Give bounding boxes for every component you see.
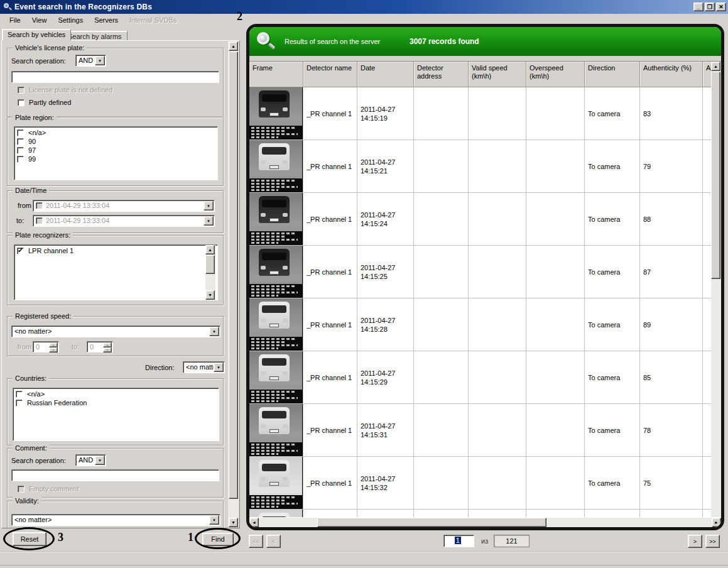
checkbox-icon[interactable] [36,217,43,224]
cell-overspeed[interactable] [526,457,585,510]
license-plate-input[interactable] [11,71,219,83]
cell-valid-speed[interactable] [469,140,526,193]
cell-alarm[interactable] [703,140,711,193]
cell-alarm[interactable] [703,193,711,246]
cell-frame[interactable] [249,193,303,246]
checkbox-icon[interactable] [17,129,24,136]
scroll-right-icon[interactable]: ► [712,518,721,527]
restore-button[interactable]: ❐ [705,3,715,11]
recognizer-option[interactable]: LPR channel 1 [17,247,217,254]
cell-frame[interactable] [249,246,303,298]
cell-date[interactable]: 2011-04-2714:15:31 [357,404,414,457]
cell-frame[interactable] [249,351,303,404]
cell-frame[interactable] [249,510,303,517]
cell-empty[interactable] [414,510,469,517]
column-header-authenticity-%-[interactable]: Authenticity (%) [640,62,703,87]
cell-direction[interactable]: To camera [585,298,640,351]
chevron-down-icon[interactable]: ▼ [95,56,105,65]
menu-item-view[interactable]: View [26,15,53,25]
spin-up-icon[interactable]: ▲ [103,342,112,347]
cell-date[interactable]: 2011-04-2714:15:24 [357,193,414,246]
cell-authenticity[interactable]: 87 [640,246,703,298]
filters-scrollbar[interactable]: ▲ ▼ [228,41,239,527]
cell-valid-speed[interactable] [469,193,526,246]
chevron-down-icon[interactable]: ▼ [204,201,214,210]
cell-date[interactable]: 2011-04-2714:15:28 [357,298,414,351]
cell-detector-address[interactable] [414,404,469,457]
scroll-left-icon[interactable]: ◄ [249,518,259,527]
country-option[interactable]: <n/a> [16,390,219,398]
cell-detector-address[interactable] [414,351,469,404]
spin-down-icon[interactable]: ▼ [49,347,58,352]
checkbox-icon[interactable] [17,156,24,163]
comment-operation-select[interactable]: AND ▼ [75,454,106,466]
vehicle-frame-image[interactable] [249,246,303,298]
column-header-valid-speed-km-h-[interactable]: Valid speed (km\h) [469,62,526,87]
cell-detector-address[interactable] [414,246,469,298]
cell-overspeed[interactable] [526,351,585,404]
cell-direction[interactable]: To camera [585,404,640,457]
cell-date[interactable]: 2011-04-2714:15:29 [357,351,414,404]
vehicle-frame-image[interactable] [249,351,303,403]
cell-alarm[interactable] [703,87,711,140]
recognizers-scrollbar[interactable]: ▲ ▼ [205,245,215,300]
column-header-frame[interactable]: Frame [249,62,303,87]
cell-detector-name[interactable]: _PR channel 1 [303,298,357,351]
scroll-up-icon[interactable]: ▲ [205,245,215,254]
date-from-select[interactable]: 2011-04-29 13:33:04 ▼ [33,200,215,212]
registered-speed-select[interactable]: <no matter> ▼ [11,325,220,337]
cell-valid-speed[interactable] [469,404,526,457]
table-row[interactable]: _PR channel 12011-04-2714:15:29To camera… [249,351,711,404]
vehicle-frame-image[interactable] [249,404,303,456]
cell-authenticity[interactable]: 75 [640,457,703,510]
results-hscrollbar[interactable]: ◄ ► [249,518,721,527]
next-page-button[interactable]: > [688,535,702,548]
cell-overspeed[interactable] [526,298,585,351]
scroll-up-icon[interactable]: ▲ [711,62,720,71]
close-button[interactable]: ✕ [716,3,726,11]
cell-date[interactable]: 2011-04-2714:15:21 [357,140,414,193]
plate-region-option[interactable]: 90 [17,138,217,145]
tab-search-by-vehicles[interactable]: Search by vehicles [2,29,71,41]
scrollbar-thumb[interactable] [205,255,215,274]
cell-direction[interactable]: To camera [585,246,640,298]
cell-overspeed[interactable] [526,87,585,140]
cell-empty[interactable] [469,510,526,517]
cell-frame[interactable] [249,87,303,140]
cell-direction[interactable]: To camera [585,457,640,510]
cell-authenticity[interactable]: 88 [640,193,703,246]
menu-item-settings[interactable]: Settings [52,15,89,25]
cell-overspeed[interactable] [526,246,585,298]
cell-authenticity[interactable]: 89 [640,298,703,351]
scroll-down-icon[interactable]: ▼ [229,518,238,527]
partly-defined-checkbox[interactable]: Partly defined [18,99,71,106]
cell-detector-name[interactable]: _PR channel 1 [303,351,357,404]
table-row[interactable]: _PR channel 12011-04-2714:15:28To camera… [249,298,711,351]
plate-region-list[interactable]: <n/a>909799 [14,126,218,180]
menu-item-servers[interactable]: Servers [89,15,124,25]
chevron-down-icon[interactable]: ▼ [204,216,214,226]
prev-page-button[interactable]: < [266,535,281,548]
vehicle-frame-image[interactable] [249,140,303,192]
cell-authenticity[interactable]: 78 [640,404,703,457]
cell-empty[interactable] [585,510,640,517]
column-header-direction[interactable]: Direction [585,62,640,87]
cell-frame[interactable] [249,140,303,193]
cell-detector-name[interactable]: _PR channel 1 [303,246,357,298]
cell-detector-name[interactable]: _PR channel 1 [303,140,357,193]
results-vscrollbar[interactable]: ▲ [711,62,721,517]
table-row[interactable]: _PR channel 12011-04-2714:15:32To camera… [249,457,711,510]
cell-detector-name[interactable]: _PR channel 1 [303,404,357,457]
plate-region-option[interactable]: 99 [17,155,217,163]
cell-valid-speed[interactable] [469,298,526,351]
cell-overspeed[interactable] [526,404,585,457]
title-bar[interactable]: Event search in the Recognizers DBs _ ❐ … [0,0,728,14]
cell-direction[interactable]: To camera [585,87,640,140]
cell-frame[interactable] [249,457,303,510]
date-to-select[interactable]: 2011-04-29 13:33:04 ▼ [33,215,215,227]
checkbox-icon[interactable] [17,248,24,254]
menu-item-file[interactable]: File [4,15,26,25]
chevron-down-icon[interactable]: ▼ [209,515,219,525]
cell-alarm[interactable] [703,457,711,510]
table-row[interactable]: _PR channel 12011-04-2714:15:21To camera… [249,140,711,193]
